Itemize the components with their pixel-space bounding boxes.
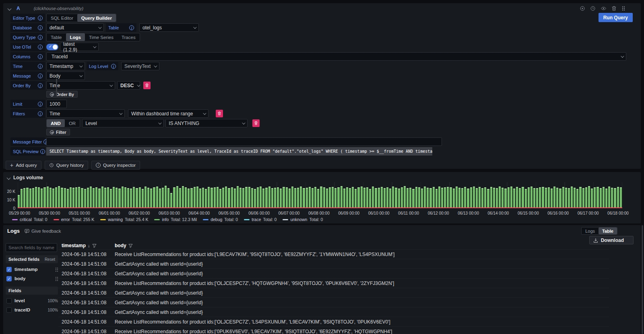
x-axis-tick: 05/30 00:00 — [39, 211, 60, 215]
table-row[interactable]: 2024-06-18 14:51:08GetCartAsync called w… — [58, 297, 609, 307]
message-filter-label: Message Filteri — [10, 137, 45, 146]
info-icon[interactable]: i — [38, 64, 43, 69]
view-option-table[interactable]: Table — [599, 227, 617, 234]
info-icon[interactable]: i — [38, 74, 43, 78]
filter-operator-select[interactable]: Within dashboard time range — [128, 109, 208, 118]
selected-field-timestamp[interactable]: ✓timestamp — [6, 266, 58, 273]
panel-collapse-chevron-icon[interactable] — [7, 176, 11, 180]
table-row[interactable]: 2024-06-18 14:51:08Receive ListRecommend… — [58, 317, 609, 326]
log-level-select[interactable]: SeverityText — [121, 62, 159, 70]
info-icon[interactable]: i — [38, 83, 43, 88]
query-type-option-timeseries[interactable]: Time Series — [85, 33, 118, 41]
and-option[interactable]: AND — [47, 119, 65, 127]
order-by-direction-select[interactable]: DESC — [117, 81, 140, 90]
message-filter-input[interactable] — [46, 137, 442, 146]
info-icon[interactable]: i — [40, 149, 45, 154]
add-query-button[interactable]: +Add query — [6, 161, 41, 170]
timestamp-column-header[interactable]: timestamp — [62, 243, 86, 248]
body-column-header[interactable]: body — [115, 243, 126, 248]
sort-desc-icon[interactable]: ↓ — [88, 243, 90, 248]
legend-item-critical[interactable]: criticalTotal: 0 — [12, 217, 47, 222]
info-icon[interactable]: i — [111, 64, 116, 69]
table-row[interactable]: 2024-06-18 14:51:08GetCartAsync called w… — [58, 288, 609, 297]
logs-volume-chart[interactable] — [18, 182, 622, 208]
cell-body: Receive ListRecommendations for product … — [111, 329, 609, 334]
info-icon[interactable]: i — [38, 111, 43, 116]
query-type-option-logs[interactable]: Logs — [66, 33, 85, 41]
info-icon[interactable]: i — [38, 54, 43, 59]
sidebar-scrollbar[interactable] — [56, 78, 57, 96]
info-icon[interactable]: i — [38, 35, 43, 40]
table-select[interactable]: otel_logs — [139, 23, 199, 32]
sub-filter-operator-select[interactable]: IS ANYTHING — [165, 119, 248, 127]
legend-item-error[interactable]: errorTotal: 255 K — [54, 217, 95, 222]
add-order-by-button[interactable]: Order By — [46, 91, 78, 98]
eye-icon[interactable] — [601, 6, 607, 11]
query-history-button[interactable]: Query history — [45, 161, 88, 170]
table-row[interactable]: 2024-06-18 14:51:08Receive ListRecommend… — [58, 249, 609, 259]
vertical-scrollbar[interactable] — [642, 225, 643, 334]
give-feedback-link[interactable]: Give feedback — [25, 229, 61, 234]
volume-bar — [404, 186, 406, 207]
filter-funnel-icon[interactable] — [128, 244, 133, 248]
add-filter-button[interactable]: Filter — [46, 129, 70, 135]
reset-button[interactable]: Reset — [45, 257, 55, 262]
legend-item-trace[interactable]: traceTotal: 0 — [244, 217, 277, 222]
volume-bar — [219, 189, 221, 207]
sql-preview-code: SELECT Timestamp as timestamp, Body as b… — [46, 147, 432, 156]
info-icon[interactable]: i — [38, 25, 43, 30]
checkbox-checked[interactable]: ✓ — [6, 267, 12, 272]
filter-field-select[interactable]: Time — [46, 109, 125, 118]
or-option[interactable]: OR — [65, 119, 80, 127]
collapse-chevron-icon[interactable] — [8, 6, 12, 10]
time-column-select[interactable]: Timestamp — [46, 62, 85, 70]
table-row[interactable]: 2024-06-18 14:51:08Receive ListRecommend… — [58, 326, 609, 334]
use-otel-toggle[interactable]: ✓ — [46, 44, 58, 50]
query-type-option-traces[interactable]: Traces — [118, 33, 140, 41]
otel-version-select[interactable]: latest (1.2.9) — [60, 43, 99, 51]
legend-item-info[interactable]: infoTotal: 12.3 Mil — [154, 217, 197, 222]
view-option-logs[interactable]: Logs — [582, 227, 599, 234]
editor-type-option-builder[interactable]: Query Builder — [77, 14, 116, 22]
remove-sub-filter-button[interactable] — [252, 119, 260, 127]
query-inspector-button[interactable]: iQuery inspector — [91, 161, 140, 170]
history-icon[interactable] — [590, 6, 596, 11]
legend-item-warning[interactable]: warningTotal: 25.4 K — [100, 217, 148, 222]
info-icon[interactable]: i — [38, 45, 43, 49]
table-row[interactable]: 2024-06-18 14:51:08GetCartAsync called w… — [58, 259, 609, 268]
run-query-button[interactable]: Run Query — [599, 13, 633, 22]
available-field-traceID[interactable]: traceID100% — [6, 307, 58, 313]
remove-order-by-button[interactable] — [143, 82, 151, 89]
table-row[interactable]: 2024-06-18 14:51:08GetCartAsync called w… — [58, 268, 609, 278]
volume-bar — [167, 188, 169, 207]
checkbox-unchecked[interactable] — [6, 298, 12, 303]
drag-handle-icon[interactable] — [55, 267, 58, 272]
volume-bar — [551, 189, 553, 207]
table-row[interactable]: 2024-06-18 14:51:08GetCartAsync called w… — [58, 307, 609, 317]
trash-icon[interactable] — [611, 6, 617, 11]
legend-item-unknown[interactable]: unknownTotal: 0 — [283, 217, 323, 222]
query-type-option-table[interactable]: Table — [47, 33, 66, 41]
selected-field-body[interactable]: ✓body — [6, 275, 58, 282]
legend-item-debug[interactable]: debugTotal: 0 — [203, 217, 238, 222]
available-field-level[interactable]: level100% — [6, 297, 58, 304]
drag-handle-icon[interactable] — [55, 277, 58, 281]
filter-funnel-icon[interactable] — [92, 244, 97, 248]
search-fields-input[interactable] — [6, 243, 57, 252]
drag-handle-icon[interactable] — [621, 6, 625, 11]
info-icon[interactable]: i — [38, 102, 43, 107]
info-icon[interactable]: i — [129, 25, 134, 30]
remove-filter-button[interactable] — [216, 110, 223, 117]
checkbox-checked[interactable]: ✓ — [6, 276, 12, 281]
database-label: Databasei — [10, 23, 45, 32]
table-row[interactable]: 2024-06-18 14:51:08Receive ListRecommend… — [58, 278, 609, 288]
info-icon[interactable]: i — [38, 16, 43, 20]
checkbox-unchecked[interactable] — [6, 307, 12, 313]
database-select[interactable]: default — [46, 23, 104, 32]
copy-query-icon[interactable] — [580, 6, 585, 11]
limit-input[interactable] — [46, 100, 67, 108]
sub-filter-field-select[interactable]: Level — [82, 119, 164, 127]
columns-multiselect[interactable]: TraceId — [46, 52, 626, 61]
message-column-select[interactable]: Body — [46, 72, 85, 80]
editor-type-option-sql[interactable]: SQL Editor — [47, 14, 77, 22]
